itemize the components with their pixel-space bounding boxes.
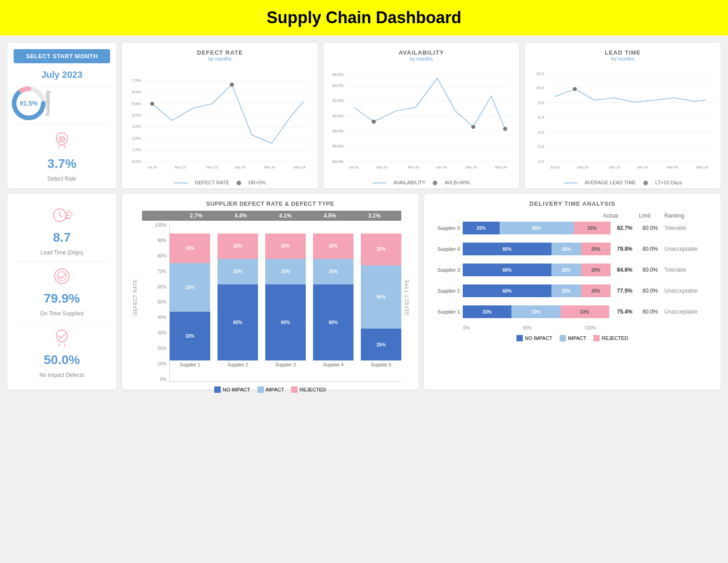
defect-icon [51,129,73,152]
s3-limit: 80.0% [639,267,662,273]
s2-ranking: Unacceptable [664,288,714,294]
svg-text:2.0: 2.0 [538,144,544,149]
s3-segments: 60% 20% 20% [463,264,611,276]
defect-rate-header-row: 2.7% 4.4% 4.1% 4.5% 3.1% [142,211,401,221]
top-row: SELECT START MONTH July 2023 91.5% Ava [7,43,721,188]
svg-text:Nov 23: Nov 23 [206,165,218,169]
defect-rate-svg: 0.0% 1.0% 2.0% 3.0% 4.0% 5.0% 6.0% 7.0% [128,65,312,174]
svg-text:96.0%: 96.0% [332,72,344,77]
svg-point-42 [372,120,376,124]
lead-time-title: LEAD TIME [531,49,714,56]
legend-dot-label: DR>5% [248,180,266,185]
lead-time-label: Lead Time (Days) [40,249,84,256]
s5-rejected: 25% [361,233,401,265]
availability-legend: AVAILABILITY AVLB<90% [330,180,513,185]
s5-segments: 25% 50% 25% [463,222,611,234]
s1-rejected: 33% [170,233,210,263]
lt-legend-line-icon [564,180,577,185]
supplier4-bar: 20% 20% 60% Supplier 4 [313,233,354,370]
svg-text:Mar 24: Mar 24 [465,165,477,169]
avail-legend-line-label: AVAILABILITY [394,180,426,185]
s1-limit: 80.0% [639,309,662,315]
bottom-row: 8.7 Lead Time (Days) 79.9% On Time Suppl… [7,194,721,390]
lead-time-chart-card: LEAD TIME by months 0.0 2.0 4.0 6.0 8.0 … [525,43,721,188]
s5-impact: 50% [361,265,401,329]
delivery-legend: NO IMPACT IMPACT REJECTED [430,335,714,341]
legend-dot-icon [237,180,241,185]
s3-no-impact: 60% [265,284,306,360]
delivery-row-s1: Supplier 1 33% 33% 33% 75.4% 80.0% Unacc… [430,305,714,318]
month-value[interactable]: July 2023 [14,67,110,83]
dr-s4: 4.5% [308,211,352,221]
s1-segments: 33% 33% 33% [463,305,611,318]
supplier1-bar: 33% 33% 33% Supplier 1 [170,233,210,370]
s3-actual: 84.6% [613,267,636,273]
s1-actual: 75.4% [613,309,636,315]
select-month-label[interactable]: SELECT START MONTH [14,49,110,63]
svg-text:May 24: May 24 [294,165,306,169]
s1-label: Supplier 1 [170,360,210,370]
delivery-x-axis: 0% 50% 100% [463,325,596,330]
supplier2-bar: 20% 20% 60% Supplier 2 [217,233,258,370]
s3-impact: 20% [265,259,306,284]
availability-svg: 84.0% 86.0% 88.0% 90.0% 92.0% 94.0% 96.0… [330,65,513,174]
s5-label: Supplier 5 [361,360,401,370]
svg-text:0.0%: 0.0% [132,159,141,164]
svg-point-21 [230,83,234,87]
header-ranking: Ranking [661,213,711,219]
s1-impact: 33% [170,263,210,312]
header-limit: Limit [629,213,661,219]
donut-value: 91.5% [20,100,38,107]
avail-legend-dot-label: AVLB<90% [445,180,470,185]
svg-text:6.0%: 6.0% [132,90,141,94]
dr-s3: 4.1% [263,211,308,221]
supplier-defect-chart-inner: 2.7% 4.4% 4.1% 4.5% 3.1% 100%90%80%70%60… [142,211,401,384]
svg-text:Jan 24: Jan 24 [436,165,447,169]
dr-s5: 3.1% [352,211,397,221]
avail-legend-line-icon [373,180,386,185]
supplier3-bar: 20% 20% 60% Supplier 3 [265,233,306,370]
svg-text:3.0%: 3.0% [132,124,141,129]
bars-container: 33% 33% 33% Supplier 1 20% 20% 60% [169,223,401,382]
delivery-rows: Supplier 5 25% 50% 25% 82.7% 80.0% Toler… [430,222,714,322]
defect-rate-y-label: DEFECT RATE [128,211,142,384]
svg-text:90.0%: 90.0% [332,114,344,118]
s5-name: Supplier 5 [430,225,460,231]
s4-limit: 80.0% [639,246,662,252]
on-time-kpi: 79.9% On Time Supplied [14,261,110,321]
delivery-row-s4: Supplier 4 60% 20% 20% 79.8% 80.0% Unacc… [430,243,714,255]
delivery-row-s2: Supplier 2 60% 20% 20% 77.5% 80.0% Unacc… [430,284,714,297]
s2-actual: 77.5% [613,288,636,294]
svg-text:8.0: 8.0 [538,101,544,105]
s1-name: Supplier 1 [430,309,460,314]
supplier-defect-title: SUPPLIER DEFECT RATE & DEFECT TYPE [128,200,412,207]
main-content: SELECT START MONTH July 2023 91.5% Ava [0,36,728,397]
svg-text:Sep 23: Sep 23 [577,165,589,169]
svg-text:Jul 23: Jul 23 [349,165,359,169]
s3-name: Supplier 3 [430,267,460,273]
supplier-defect-legend: NO IMPACT IMPACT REJECTED [128,386,412,393]
s2-rejected: 20% [217,233,258,259]
page-header: Supply Chain Dashboard [0,0,728,36]
svg-text:Nov 23: Nov 23 [408,165,420,169]
lead-time-kpi: 8.7 Lead Time (Days) [14,201,110,260]
supplier-defect-card: SUPPLIER DEFECT RATE & DEFECT TYPE DEFEC… [122,194,419,390]
svg-text:Jul 23: Jul 23 [550,165,560,169]
defect-rate-kpi: 3.7% Defect Rate [14,123,110,188]
s2-limit: 80.0% [639,288,662,294]
lt-legend-dot-icon [643,180,648,185]
dr-s1: 2.7% [174,211,218,221]
supplier-defect-chart-area: DEFECT RATE 2.7% 4.4% 4.1% 4.5% 3.1% [128,211,412,384]
delivery-time-card: DELIVERY TIME ANALYSIS Actual Limit Rank… [424,194,721,390]
kpi-card-bottom: 8.7 Lead Time (Days) 79.9% On Time Suppl… [7,194,116,390]
header-actual: Actual [592,213,629,219]
legend-rejected: REJECTED [291,386,326,393]
svg-text:Sep 23: Sep 23 [174,165,186,169]
availability-text: Availability [45,91,51,116]
defect-rate-value: 3.7% [47,157,76,171]
s1-no-impact: 33% [170,312,210,360]
svg-text:May 24: May 24 [697,165,708,169]
s2-impact: 20% [217,259,258,284]
s2-name: Supplier 2 [430,288,460,294]
lead-time-icon [50,205,75,226]
